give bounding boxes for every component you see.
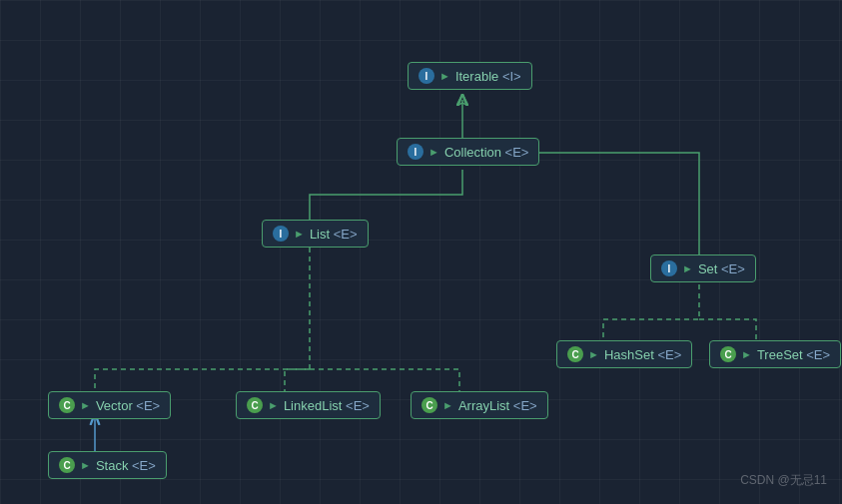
node-arraylist: C ► ArrayList <E>	[411, 391, 548, 419]
label-hashset: HashSet <E>	[604, 347, 681, 362]
label-vector: Vector <E>	[96, 398, 160, 413]
label-treeset: TreeSet <E>	[757, 347, 830, 362]
node-treeset: C ► TreeSet <E>	[709, 340, 841, 368]
node-iterable: I ► Iterable <I>	[408, 62, 532, 90]
icon-arraylist: C	[421, 397, 437, 413]
watermark: CSDN @无忌11	[740, 472, 827, 489]
node-linkedlist: C ► LinkedList <E>	[236, 391, 381, 419]
node-collection: I ► Collection <E>	[397, 138, 539, 166]
label-stack: Stack <E>	[96, 458, 156, 473]
label-iterable: Iterable <I>	[455, 69, 521, 84]
label-list: List <E>	[310, 227, 358, 242]
icon-set: I	[661, 260, 677, 276]
node-hashset: C ► HashSet <E>	[556, 340, 692, 368]
label-linkedlist: LinkedList <E>	[284, 398, 370, 413]
label-arraylist: ArrayList <E>	[458, 398, 537, 413]
icon-linkedlist: C	[247, 397, 263, 413]
node-list: I ► List <E>	[262, 220, 369, 248]
icon-stack: C	[59, 457, 75, 473]
label-set: Set <E>	[698, 261, 745, 276]
icon-collection: I	[408, 144, 423, 160]
node-vector: C ► Vector <E>	[48, 391, 171, 419]
icon-hashset: C	[567, 346, 583, 362]
icon-treeset: C	[720, 346, 736, 362]
node-stack: C ► Stack <E>	[48, 451, 167, 479]
icon-iterable: I	[419, 68, 434, 84]
node-set: I ► Set <E>	[650, 254, 756, 282]
icon-list: I	[273, 226, 289, 242]
label-collection: Collection <E>	[444, 145, 529, 160]
icon-vector: C	[59, 397, 75, 413]
